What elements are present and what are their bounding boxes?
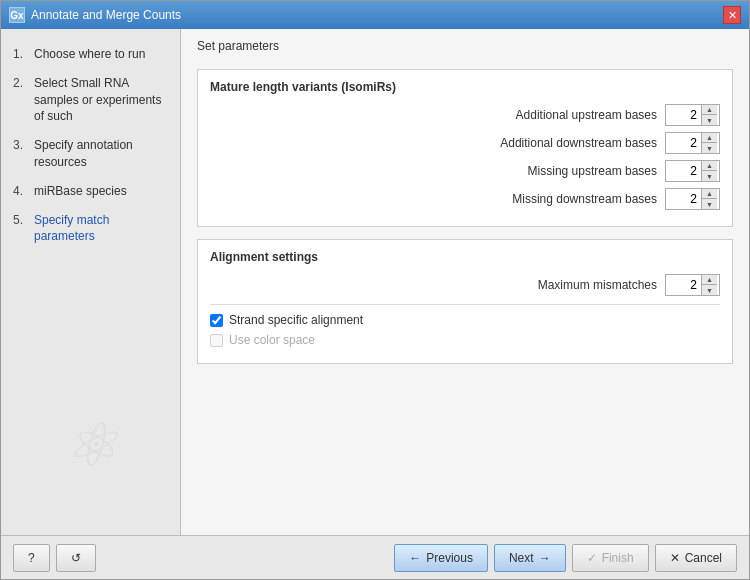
sidebar-item-num: 5. — [13, 212, 29, 229]
field-row-1: Additional downstream bases▲▼ — [210, 132, 720, 154]
window-title: Annotate and Merge Counts — [31, 8, 181, 22]
spin-down-3[interactable]: ▼ — [702, 199, 717, 209]
spin-up-1[interactable]: ▲ — [702, 133, 717, 143]
spinbox-input-1[interactable] — [666, 134, 701, 152]
field-label-1: Additional downstream bases — [210, 136, 657, 150]
sidebar: 1.Choose where to run2.Select Small RNA … — [1, 29, 181, 535]
sidebar-item-num: 2. — [13, 75, 29, 92]
field-label-0: Maximum mismatches — [210, 278, 657, 292]
spin-up-0[interactable]: ▲ — [702, 275, 717, 285]
spinbox-0: ▲▼ — [665, 104, 720, 126]
previous-label: Previous — [426, 551, 473, 565]
field-row-3: Missing downstream bases▲▼ — [210, 188, 720, 210]
spinbox-input-2[interactable] — [666, 162, 701, 180]
field-label-3: Missing downstream bases — [210, 192, 657, 206]
next-button[interactable]: Next → — [494, 544, 566, 572]
sidebar-item-label: miRBase species — [34, 183, 127, 200]
titlebar-left: Gx Annotate and Merge Counts — [9, 7, 181, 23]
spinbox-0: ▲▼ — [665, 274, 720, 296]
spinbox-2: ▲▼ — [665, 160, 720, 182]
field-label-0: Additional upstream bases — [210, 108, 657, 122]
finish-label: Finish — [602, 551, 634, 565]
sidebar-item-4[interactable]: 4.miRBase species — [9, 178, 172, 205]
finish-icon: ✓ — [587, 551, 597, 565]
sidebar-item-5[interactable]: 5.Specify match parameters — [9, 207, 172, 251]
checkbox-label-0: Strand specific alignment — [229, 313, 363, 327]
checkbox-label-1: Use color space — [229, 333, 315, 347]
prev-icon: ← — [409, 551, 421, 565]
panel-body: Mature length variants (IsomiRs)Addition… — [181, 61, 749, 535]
section-alignment: Alignment settingsMaximum mismatches▲▼St… — [197, 239, 733, 364]
watermark: ⚛ — [21, 375, 161, 515]
main-window: Gx Annotate and Merge Counts ✕ 1.Choose … — [0, 0, 750, 580]
reset-button[interactable]: ↺ — [56, 544, 96, 572]
app-icon: Gx — [9, 7, 25, 23]
spin-up-2[interactable]: ▲ — [702, 161, 717, 171]
cancel-button[interactable]: ✕ Cancel — [655, 544, 737, 572]
checkbox-row-0: Strand specific alignment — [210, 313, 720, 327]
checkbox-row-1: Use color space — [210, 333, 720, 347]
spin-down-2[interactable]: ▼ — [702, 171, 717, 181]
spinbox-input-0[interactable] — [666, 106, 701, 124]
spin-down-1[interactable]: ▼ — [702, 143, 717, 153]
panel-header: Set parameters — [181, 29, 749, 61]
section-isomirs: Mature length variants (IsomiRs)Addition… — [197, 69, 733, 227]
spin-down-0[interactable]: ▼ — [702, 115, 717, 125]
spin-down-0[interactable]: ▼ — [702, 285, 717, 295]
footer-right: ← Previous Next → ✓ Finish ✕ Cancel — [394, 544, 737, 572]
field-label-2: Missing upstream bases — [210, 164, 657, 178]
finish-button[interactable]: ✓ Finish — [572, 544, 649, 572]
spinbox-1: ▲▼ — [665, 132, 720, 154]
help-button[interactable]: ? — [13, 544, 50, 572]
sidebar-item-num: 1. — [13, 46, 29, 63]
sidebar-item-num: 4. — [13, 183, 29, 200]
spinbox-input-0[interactable] — [666, 276, 701, 294]
sidebar-item-label: Specify match parameters — [34, 212, 168, 246]
cancel-label: Cancel — [685, 551, 722, 565]
sidebar-item-num: 3. — [13, 137, 29, 154]
spin-up-3[interactable]: ▲ — [702, 189, 717, 199]
spinbox-3: ▲▼ — [665, 188, 720, 210]
sidebar-item-label: Choose where to run — [34, 46, 145, 63]
spinbox-arrows-0: ▲▼ — [701, 105, 717, 125]
spinbox-arrows-1: ▲▼ — [701, 133, 717, 153]
sidebar-item-2[interactable]: 2.Select Small RNA samples or experiment… — [9, 70, 172, 130]
section-title-alignment: Alignment settings — [210, 250, 720, 264]
cancel-icon: ✕ — [670, 551, 680, 565]
field-row-0: Maximum mismatches▲▼ — [210, 274, 720, 296]
footer: ? ↺ ← Previous Next → ✓ Finish ✕ Cancel — [1, 535, 749, 579]
spin-up-0[interactable]: ▲ — [702, 105, 717, 115]
right-panel: Set parameters Mature length variants (I… — [181, 29, 749, 535]
close-button[interactable]: ✕ — [723, 6, 741, 24]
sidebar-item-1[interactable]: 1.Choose where to run — [9, 41, 172, 68]
next-label: Next — [509, 551, 534, 565]
spinbox-arrows-0: ▲▼ — [701, 275, 717, 295]
sidebar-item-label: Select Small RNA samples or experiments … — [34, 75, 168, 125]
spinbox-arrows-3: ▲▼ — [701, 189, 717, 209]
section-title-isomirs: Mature length variants (IsomiRs) — [210, 80, 720, 94]
field-row-2: Missing upstream bases▲▼ — [210, 160, 720, 182]
main-content: 1.Choose where to run2.Select Small RNA … — [1, 29, 749, 535]
previous-button[interactable]: ← Previous — [394, 544, 488, 572]
spinbox-arrows-2: ▲▼ — [701, 161, 717, 181]
sidebar-item-3[interactable]: 3.Specify annotation resources — [9, 132, 172, 176]
footer-left: ? ↺ — [13, 544, 96, 572]
checkbox-0[interactable] — [210, 314, 223, 327]
field-row-0: Additional upstream bases▲▼ — [210, 104, 720, 126]
titlebar: Gx Annotate and Merge Counts ✕ — [1, 1, 749, 29]
spinbox-input-3[interactable] — [666, 190, 701, 208]
next-icon: → — [539, 551, 551, 565]
sidebar-item-label: Specify annotation resources — [34, 137, 168, 171]
checkbox-1 — [210, 334, 223, 347]
